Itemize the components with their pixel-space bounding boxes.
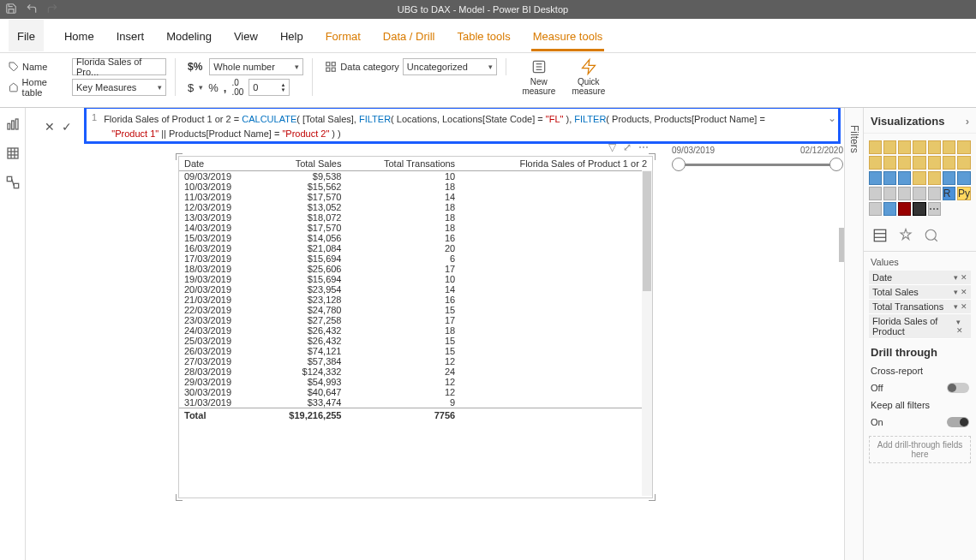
viz-type-btn[interactable] bbox=[913, 187, 925, 200]
tab-format[interactable]: Format bbox=[324, 20, 362, 51]
decimal-input[interactable]: 0▲▼ bbox=[248, 79, 290, 96]
analytics-tab-icon[interactable] bbox=[924, 228, 939, 246]
viz-type-btn[interactable] bbox=[957, 156, 971, 170]
field-well[interactable]: Florida Sales of Product▾ ✕ bbox=[869, 314, 971, 339]
col-total-trans[interactable]: Total Transations bbox=[346, 157, 460, 171]
format-select[interactable]: Whole number▾ bbox=[209, 58, 303, 75]
table-visual[interactable]: ▽ ⤢ ⋯ Date Total Sales Total Transations… bbox=[178, 156, 653, 498]
canvas-scrollbar[interactable] bbox=[839, 228, 844, 262]
tab-help[interactable]: Help bbox=[278, 20, 305, 51]
tab-measuretools[interactable]: Measure tools bbox=[531, 20, 605, 51]
table-row[interactable]: 11/03/2019$17,57014 bbox=[179, 192, 652, 202]
tab-home[interactable]: Home bbox=[63, 20, 96, 51]
viz-type-btn[interactable] bbox=[928, 156, 941, 170]
table-row[interactable]: 27/03/2019$57,38412 bbox=[179, 356, 652, 366]
viz-type-btn[interactable] bbox=[898, 187, 911, 200]
viz-type-btn[interactable] bbox=[883, 140, 896, 154]
col-date[interactable]: Date bbox=[179, 157, 259, 171]
table-row[interactable]: 31/03/2019$33,4749 bbox=[179, 397, 652, 408]
format-tab-icon[interactable] bbox=[898, 228, 913, 246]
viz-type-btn[interactable] bbox=[869, 202, 882, 216]
viz-type-btn[interactable] bbox=[883, 202, 896, 216]
viz-type-btn[interactable] bbox=[957, 140, 971, 154]
viz-type-btn[interactable] bbox=[898, 202, 911, 216]
formula-commit-icon[interactable]: ✓ bbox=[62, 120, 72, 134]
tab-tabletools[interactable]: Table tools bbox=[455, 20, 512, 51]
tab-view[interactable]: View bbox=[232, 20, 260, 51]
cross-report-toggle[interactable] bbox=[947, 383, 969, 393]
date-slicer[interactable]: 09/03/2019 02/12/2020 bbox=[670, 146, 844, 178]
table-row[interactable]: 13/03/2019$18,07218 bbox=[179, 212, 652, 223]
table-row[interactable]: 22/03/2019$24,78015 bbox=[179, 305, 652, 315]
viz-type-btn[interactable] bbox=[943, 171, 955, 185]
viz-type-btn[interactable] bbox=[928, 140, 941, 154]
save-icon[interactable] bbox=[5, 3, 17, 16]
name-input[interactable]: Florida Sales of Pro... bbox=[72, 58, 166, 75]
viz-type-btn[interactable]: R bbox=[943, 187, 955, 200]
slider-knob-right[interactable] bbox=[829, 158, 843, 171]
viz-type-btn[interactable] bbox=[957, 171, 971, 185]
viz-type-btn[interactable] bbox=[869, 140, 882, 154]
table-row[interactable]: 20/03/2019$23,95414 bbox=[179, 284, 652, 295]
table-row[interactable]: 24/03/2019$26,43218 bbox=[179, 325, 652, 336]
col-total-sales[interactable]: Total Sales bbox=[259, 157, 346, 171]
formula-bar[interactable]: ⌄ 1 Florida Sales of Product 1 or 2 = CA… bbox=[84, 108, 841, 144]
viz-type-btn[interactable] bbox=[869, 156, 882, 170]
table-row[interactable]: 25/03/2019$26,43215 bbox=[179, 336, 652, 346]
tab-file[interactable]: File bbox=[9, 20, 44, 51]
table-row[interactable]: 12/03/2019$13,05218 bbox=[179, 202, 652, 212]
viz-type-btn[interactable] bbox=[898, 156, 911, 170]
comma-button[interactable]: , bbox=[224, 81, 227, 94]
formula-text[interactable]: Florida Sales of Product 1 or 2 = CALCUL… bbox=[104, 112, 768, 138]
viz-type-btn[interactable] bbox=[943, 140, 955, 154]
viz-type-btn[interactable] bbox=[913, 202, 925, 216]
pane-collapse-icon[interactable]: › bbox=[966, 115, 969, 128]
table-row[interactable]: 19/03/2019$15,69410 bbox=[179, 274, 652, 284]
slider-knob-left[interactable] bbox=[672, 158, 686, 171]
filters-pane-collapsed[interactable]: Filters bbox=[844, 108, 863, 560]
viz-type-btn[interactable]: ⋯ bbox=[928, 202, 941, 216]
table-row[interactable]: 14/03/2019$17,57018 bbox=[179, 223, 652, 233]
table-row[interactable]: 10/03/2019$15,56218 bbox=[179, 182, 652, 192]
viz-type-btn[interactable] bbox=[883, 171, 896, 185]
field-well[interactable]: Date▾ ✕ bbox=[869, 271, 971, 285]
undo-icon[interactable] bbox=[26, 3, 38, 16]
table-row[interactable]: 23/03/2019$27,25817 bbox=[179, 315, 652, 325]
table-row[interactable]: 15/03/2019$14,05616 bbox=[179, 233, 652, 243]
table-row[interactable]: 29/03/2019$54,99312 bbox=[179, 377, 652, 387]
add-drill-placeholder[interactable]: Add drill-through fields here bbox=[869, 436, 971, 463]
table-row[interactable]: 18/03/2019$25,60617 bbox=[179, 264, 652, 274]
redo-icon[interactable] bbox=[46, 3, 58, 16]
field-well[interactable]: Total Transations▾ ✕ bbox=[869, 300, 971, 314]
viz-type-btn[interactable] bbox=[883, 156, 896, 170]
home-table-select[interactable]: Key Measures▾ bbox=[72, 79, 166, 96]
new-measure-button[interactable]: New measure bbox=[518, 58, 560, 96]
table-scrollbar[interactable] bbox=[642, 170, 652, 496]
slider-track[interactable] bbox=[679, 164, 836, 166]
viz-type-btn[interactable] bbox=[943, 156, 955, 170]
viz-type-btn[interactable] bbox=[928, 171, 941, 185]
report-view-icon[interactable] bbox=[5, 116, 21, 132]
viz-type-btn[interactable] bbox=[913, 140, 925, 154]
currency-button[interactable]: $ bbox=[188, 81, 194, 94]
table-row[interactable]: 30/03/2019$40,64712 bbox=[179, 387, 652, 397]
viz-type-btn[interactable] bbox=[869, 187, 882, 200]
viz-type-btn[interactable] bbox=[913, 171, 925, 185]
viz-type-btn[interactable] bbox=[913, 156, 925, 170]
viz-type-btn[interactable]: Py bbox=[957, 187, 971, 200]
formula-expand-icon[interactable]: ⌄ bbox=[828, 112, 836, 124]
model-view-icon[interactable] bbox=[5, 175, 21, 190]
table-row[interactable]: 28/03/2019$124,33224 bbox=[179, 366, 652, 377]
tab-modeling[interactable]: Modeling bbox=[165, 20, 213, 51]
data-category-select[interactable]: Uncategorized▾ bbox=[403, 58, 497, 75]
formula-cancel-icon[interactable]: ✕ bbox=[45, 120, 55, 134]
fields-tab-icon[interactable] bbox=[872, 228, 888, 246]
report-canvas[interactable]: ✕ ✓ ⌄ 1 Florida Sales of Product 1 or 2 … bbox=[26, 108, 844, 560]
tab-datadrill[interactable]: Data / Drill bbox=[381, 20, 437, 51]
quick-measure-button[interactable]: Quick measure bbox=[568, 58, 609, 96]
col-florida[interactable]: Florida Sales of Product 1 or 2 bbox=[460, 157, 652, 171]
viz-type-btn[interactable] bbox=[869, 171, 882, 185]
field-well[interactable]: Total Sales▾ ✕ bbox=[869, 285, 971, 300]
keep-filters-toggle[interactable] bbox=[947, 417, 969, 427]
table-row[interactable]: 17/03/2019$15,6946 bbox=[179, 253, 652, 264]
